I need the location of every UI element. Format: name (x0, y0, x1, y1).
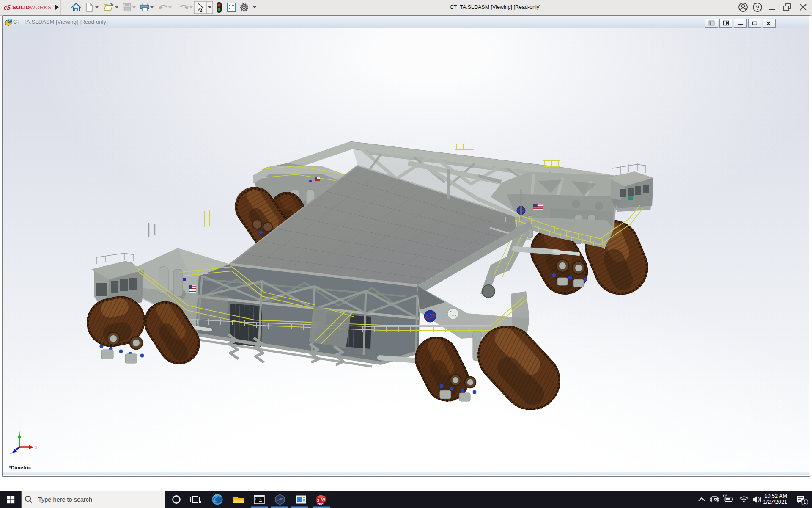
svg-text:2021: 2021 (317, 502, 325, 506)
svg-text:C:\: C:\ (255, 497, 261, 501)
svg-text:1: 1 (804, 500, 806, 505)
svg-text:Z: Z (10, 451, 12, 455)
svg-text:X: X (35, 445, 38, 450)
svg-text:W: W (321, 497, 325, 502)
